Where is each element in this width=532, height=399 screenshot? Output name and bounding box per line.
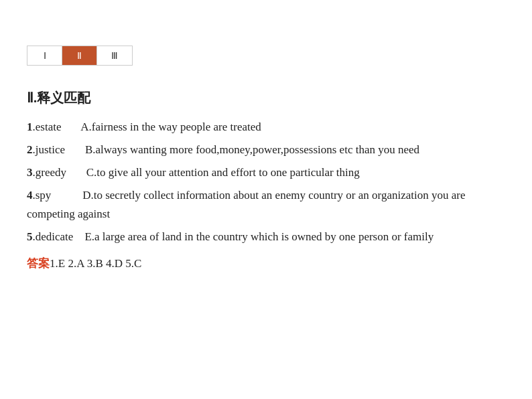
answer-line: 答案1.E 2.A 3.B 4.D 5.C [27,254,505,272]
answer-label: 答案 [27,257,50,270]
list-item: 1.estate A.fairness in the way people ar… [27,118,505,137]
section-title: Ⅱ.释义匹配 [27,87,505,108]
item-num-1: 1 [27,121,33,133]
list-item: 3.greedy C.to give all your attention an… [27,163,505,182]
item-word-1: .estate [33,121,62,133]
item-word-5: .dedicate [33,230,74,243]
item-num-5: 5 [27,230,33,243]
item-num-3: 3 [27,166,33,179]
answer-text: 1.E 2.A 3.B 4.D 5.C [50,257,141,270]
item-def-2: B.always wanting more food,money,power,p… [85,143,419,156]
item-def-1: A.fairness in the way people are treated [80,121,261,133]
tab-bar: Ⅰ Ⅱ Ⅲ [27,46,133,66]
list-item: 4.spy D.to secretly collect information … [27,186,505,224]
content-area: Ⅱ.释义匹配 1.estate A.fairness in the way pe… [27,87,505,272]
item-def-5: E.a large area of land in the country wh… [84,230,434,243]
item-def-3: C.to give all your attention and effort … [86,166,360,179]
list-item: 2.justice B.always wanting more food,mon… [27,141,505,159]
item-num-2: 2 [27,143,33,156]
item-word-4: .spy [33,189,52,202]
tab-3[interactable]: Ⅲ [97,46,132,65]
item-word-2: .justice [33,143,66,156]
item-num-4: 4 [27,189,33,202]
item-def-4: D.to secretly collect information about … [27,189,465,220]
tab-2[interactable]: Ⅱ [62,46,97,65]
item-word-3: .greedy [33,166,67,179]
tab-1[interactable]: Ⅰ [27,46,62,65]
list-item: 5.dedicate E.a large area of land in the… [27,228,505,246]
